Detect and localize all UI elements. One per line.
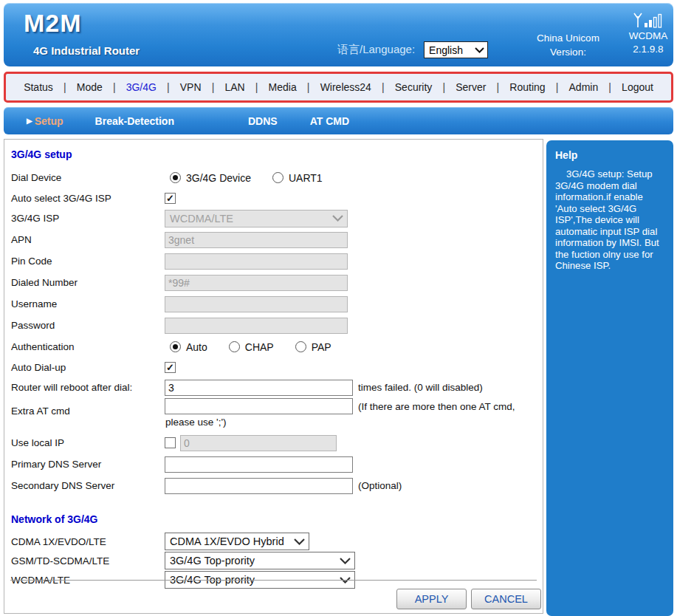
form-row-auto-select-isp: Auto select 3G/4G ISP xyxy=(11,188,543,208)
subnav-label: AT CMD xyxy=(310,115,349,127)
field-label: Extra AT cmd xyxy=(11,398,165,417)
use-local-ip-checkbox[interactable] xyxy=(165,437,176,448)
help-sidebar: Help 3G/4G setup: Setup 3G/4G modem dial… xyxy=(546,140,673,616)
subnav-label: Setup xyxy=(35,115,63,127)
nav-item-media[interactable]: Media xyxy=(258,81,306,93)
field-label: Pin Code xyxy=(11,256,165,267)
gsm-select[interactable]: 3G/4G Top-prority xyxy=(165,552,355,569)
extra-at-cmd-input[interactable] xyxy=(165,398,353,414)
sub-nav: ▶ Setup Break-Detection DDNS AT CMD xyxy=(4,107,673,134)
field-label: Use local IP xyxy=(11,437,165,448)
password-input xyxy=(165,318,348,334)
subnav-item-at-cmd[interactable]: AT CMD xyxy=(310,115,349,127)
footer-divider xyxy=(10,580,537,581)
language-area: 语言/Language: English xyxy=(337,41,488,58)
cdma-selected-value: CDMA 1X/EVDO Hybrid xyxy=(170,535,284,547)
radio-icon[interactable] xyxy=(229,341,240,352)
field-label: Username xyxy=(11,298,165,309)
primary-dns-input[interactable] xyxy=(165,456,353,473)
chevron-down-icon xyxy=(475,47,484,53)
subnav-label: DDNS xyxy=(248,115,278,127)
username-input xyxy=(165,296,348,312)
form-row-primary-dns: Primary DNS Server xyxy=(11,454,543,475)
form-row-username: Username xyxy=(11,293,543,315)
field-label: Secondary DNS Server xyxy=(11,480,165,491)
form-row-pin-code: Pin Code xyxy=(11,250,543,272)
section-title-3g4g-setup: 3G/4G setup xyxy=(11,148,543,160)
subnav-label: Break-Detection xyxy=(95,115,174,127)
signal-info: WCDMA 2.1.9.8 xyxy=(622,12,674,56)
radio-option-uart1[interactable]: UART1 xyxy=(267,172,323,184)
field-label: Dialed Number xyxy=(11,277,165,288)
field-label: Router will reboot after dial: xyxy=(11,382,165,393)
language-label: 语言/Language: xyxy=(337,43,415,57)
subnav-item-setup[interactable]: ▶ Setup xyxy=(27,115,63,127)
radio-option-chap[interactable]: CHAP xyxy=(224,341,274,353)
form-row-password: Password xyxy=(11,315,543,336)
subnav-item-break-detection[interactable]: Break-Detection xyxy=(95,115,174,127)
subnav-item-ddns[interactable]: DDNS xyxy=(248,115,278,127)
form-row-reboot-after-dial: Router will reboot after dial: times fai… xyxy=(11,377,543,398)
auto-dialup-checkbox[interactable] xyxy=(165,362,176,373)
radio-option-pap[interactable]: PAP xyxy=(290,341,331,353)
field-hint: (Optional) xyxy=(358,480,402,491)
firmware-version: 2.1.9.8 xyxy=(622,43,674,56)
nav-item-wireless24[interactable]: Wireless24 xyxy=(310,81,382,93)
radio-option-3g4g-device[interactable]: 3G/4G Device xyxy=(165,172,251,184)
radio-label: Auto xyxy=(186,341,207,353)
field-label: Password xyxy=(11,320,165,331)
cancel-button[interactable]: CANCEL xyxy=(471,589,541,609)
chevron-down-icon xyxy=(340,558,351,564)
form-row-extra-at-cmd: Extra AT cmd (If there are more then one… xyxy=(11,398,543,432)
nav-item-routing[interactable]: Routing xyxy=(499,81,556,93)
main-content: 3G/4G setup Dial Device 3G/4G Device UAR… xyxy=(4,139,543,614)
radio-label: 3G/4G Device xyxy=(186,172,251,184)
nav-item-admin[interactable]: Admin xyxy=(558,81,608,93)
form-row-authentication: Authentication Auto CHAP PAP xyxy=(11,336,543,357)
cdma-select[interactable]: CDMA 1X/EVDO Hybrid xyxy=(165,533,309,550)
radio-icon[interactable] xyxy=(272,172,283,183)
form-row-isp: 3G/4G ISP WCDMA/LTE xyxy=(11,208,543,229)
gsm-selected-value: 3G/4G Top-prority xyxy=(170,555,255,567)
radio-label: PAP xyxy=(312,341,331,353)
radio-icon[interactable] xyxy=(170,341,181,352)
field-label: Auto Dial-up xyxy=(11,362,165,373)
field-hint: times failed. (0 will disabled) xyxy=(358,382,483,393)
logo-subtitle: 4G Industrial Router xyxy=(33,44,140,57)
field-hint: please use ';') xyxy=(165,417,515,428)
radio-icon[interactable] xyxy=(170,172,181,183)
help-text: 3G/4G setup: Setup 3G/4G modem dial info… xyxy=(555,168,665,272)
nav-item-server[interactable]: Server xyxy=(445,81,496,93)
local-ip-input xyxy=(180,435,337,451)
nav-item-3g4g[interactable]: 3G/4G xyxy=(116,81,168,93)
radio-option-auto[interactable]: Auto xyxy=(165,341,207,353)
field-label: GSM/TD-SCDMA/LTE xyxy=(11,555,165,567)
language-select[interactable]: English xyxy=(424,41,488,58)
field-label: Auto select 3G/4G ISP xyxy=(11,193,165,204)
nav-item-logout[interactable]: Logout xyxy=(611,81,664,93)
app-header: M2M 4G Industrial Router 语言/Language: En… xyxy=(4,3,673,66)
isp-selected-value: WCDMA/LTE xyxy=(170,213,233,225)
auto-select-isp-checkbox[interactable] xyxy=(165,193,176,204)
carrier-info: China Unicom Version: xyxy=(522,31,614,59)
network-type: WCDMA xyxy=(622,30,674,43)
nav-item-status[interactable]: Status xyxy=(13,81,63,93)
field-label: APN xyxy=(11,234,165,245)
nav-item-vpn[interactable]: VPN xyxy=(170,81,212,93)
nav-item-mode[interactable]: Mode xyxy=(66,81,113,93)
language-selected-value: English xyxy=(429,44,463,56)
field-label: Primary DNS Server xyxy=(11,459,165,470)
reboot-after-dial-input[interactable] xyxy=(165,380,353,396)
form-row-apn: APN xyxy=(11,229,543,250)
form-row-dialed-number: Dialed Number xyxy=(11,272,543,293)
logo: M2M xyxy=(24,9,82,38)
radio-icon[interactable] xyxy=(295,341,306,352)
form-row-gsm: GSM/TD-SCDMA/LTE 3G/4G Top-prority xyxy=(11,551,543,570)
nav-item-lan[interactable]: LAN xyxy=(214,81,255,93)
secondary-dns-input[interactable] xyxy=(165,478,353,494)
footer-buttons: APPLY CANCEL xyxy=(392,589,541,609)
main-nav: Status | Mode | 3G/4G | VPN | LAN | Medi… xyxy=(4,72,673,103)
radio-label: UART1 xyxy=(289,172,323,184)
nav-item-security[interactable]: Security xyxy=(385,81,443,93)
apply-button[interactable]: APPLY xyxy=(396,589,467,609)
